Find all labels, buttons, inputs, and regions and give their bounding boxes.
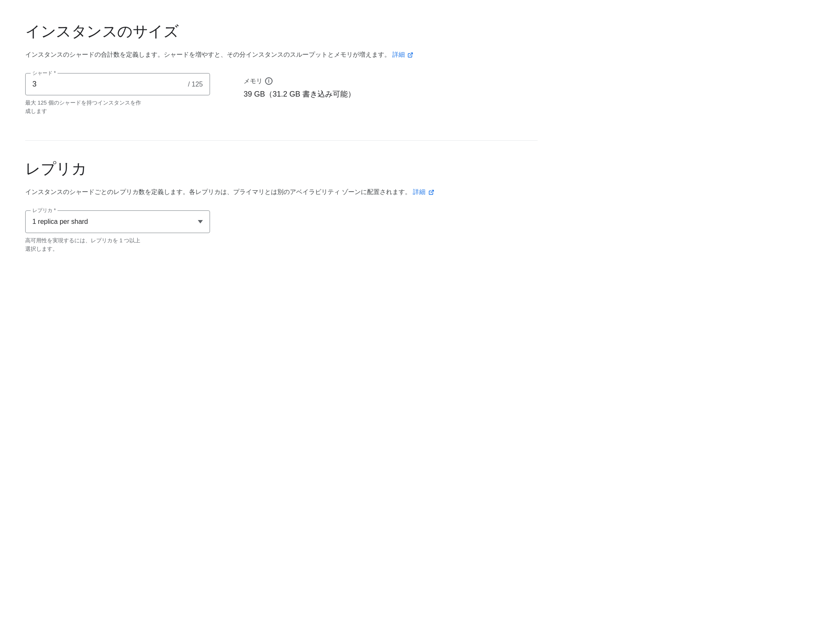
chevron-down-icon [198,220,203,223]
shard-field-hint: 最大 125 個のシャードを持つインスタンスを作成します [25,99,143,115]
replica-field-hint: 高可用性を実現するには、レプリカを 1 つ以上選択します。 [25,236,143,253]
memory-info-icon[interactable]: i [265,77,273,85]
instance-size-section: インスタンスのサイズ インスタンスのシャードの合計数を定義します。シャードを増や… [25,20,538,115]
replica-select[interactable]: レプリカ 1 replica per shard [25,210,210,233]
svg-line-0 [410,53,412,55]
instance-size-title: インスタンスのサイズ [25,20,538,43]
shard-max-value: / 125 [188,79,203,89]
replica-select-label: レプリカ [31,207,58,214]
memory-value: 39 GB（31.2 GB 書き込み可能） [244,89,355,100]
shard-input-wrapper[interactable]: シャード 3 / 125 [25,73,210,95]
memory-field-group: メモリ i 39 GB（31.2 GB 書き込み可能） [244,73,355,100]
replica-title: レプリカ [25,157,538,180]
replica-field-group: レプリカ 1 replica per shard 高可用性を実現するには、レプリ… [25,210,538,253]
instance-size-detail-link[interactable]: 詳細 [392,51,413,58]
shard-field-group: シャード 3 / 125 最大 125 個のシャードを持つインスタンスを作成しま… [25,73,210,115]
external-link-icon [407,52,413,58]
shard-input-label: シャード [31,69,58,77]
shard-input-row: 3 / 125 [32,79,203,90]
replica-description: インスタンスのシャードごとのレプリカ数を定義します。各レプリカは、プライマリとは… [25,187,538,197]
instance-size-description: インスタンスのシャードの合計数を定義します。シャードを増やすと、その分インスタン… [25,50,538,60]
replica-select-value: 1 replica per shard [32,217,88,227]
svg-line-1 [430,190,433,193]
section-divider [25,140,538,141]
replica-section: レプリカ インスタンスのシャードごとのレプリカ数を定義します。各レプリカは、プラ… [25,157,538,253]
replica-external-link-icon [428,189,434,195]
replica-select-row: 1 replica per shard [32,217,203,227]
instance-size-form-row: シャード 3 / 125 最大 125 個のシャードを持つインスタンスを作成しま… [25,73,538,115]
replica-detail-link[interactable]: 詳細 [413,188,434,195]
shard-input-value: 3 [32,79,37,90]
memory-label-text: メモリ [244,76,262,86]
memory-label-row: メモリ i [244,76,355,86]
